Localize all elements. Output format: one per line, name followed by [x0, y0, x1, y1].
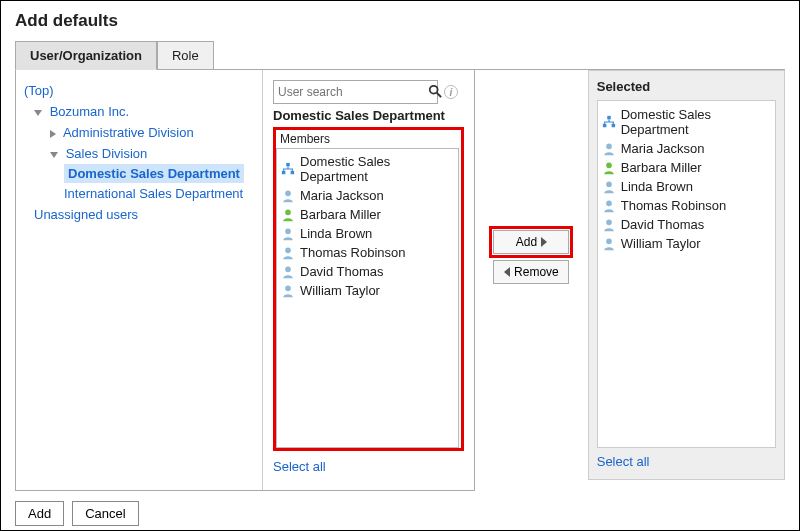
tree-sales-division[interactable]: Sales Division — [66, 146, 148, 161]
member-name: Barbara Miller — [300, 207, 381, 222]
tree-domestic-sales[interactable]: Domestic Sales Department — [24, 164, 254, 183]
remove-button-label: Remove — [514, 265, 559, 279]
selected-list[interactable]: Domestic Sales DepartmentMaria JacksonBa… — [597, 100, 776, 448]
user-icon — [602, 180, 616, 194]
member-name: Linda Brown — [300, 226, 372, 241]
select-all-members[interactable]: Select all — [273, 459, 326, 474]
svg-point-18 — [606, 219, 612, 225]
expand-icon[interactable] — [34, 110, 42, 116]
member-name: David Thomas — [300, 264, 384, 279]
select-all-selected[interactable]: Select all — [597, 454, 650, 469]
svg-rect-4 — [291, 171, 295, 175]
list-item[interactable]: William Taylor — [602, 234, 771, 253]
svg-point-16 — [606, 181, 612, 187]
tab-user-organization[interactable]: User/Organization — [15, 41, 157, 70]
list-item[interactable]: Maria Jackson — [602, 139, 771, 158]
selected-title: Selected — [597, 79, 776, 94]
user-icon — [281, 208, 295, 222]
list-item[interactable]: Barbara Miller — [281, 205, 454, 224]
svg-rect-13 — [611, 124, 615, 128]
info-icon[interactable]: i — [444, 85, 458, 99]
members-list[interactable]: Domestic Sales DepartmentMaria JacksonBa… — [276, 148, 459, 448]
list-item[interactable]: Domestic Sales Department — [602, 105, 771, 139]
remove-button[interactable]: Remove — [493, 260, 569, 284]
svg-point-7 — [285, 228, 291, 234]
tree-unassigned-users[interactable]: Unassigned users — [34, 207, 138, 222]
member-name: Maria Jackson — [300, 188, 384, 203]
list-item[interactable]: David Thomas — [281, 262, 454, 281]
user-icon — [602, 199, 616, 213]
svg-point-0 — [430, 85, 438, 93]
svg-point-17 — [606, 200, 612, 206]
list-item[interactable]: Barbara Miller — [602, 158, 771, 177]
selected-panel: Selected Domestic Sales DepartmentMaria … — [588, 70, 785, 480]
tab-bar: User/Organization Role — [15, 41, 785, 70]
list-item[interactable]: Thomas Robinson — [281, 243, 454, 262]
member-name: Barbara Miller — [621, 160, 702, 175]
svg-rect-12 — [603, 124, 607, 128]
user-icon — [602, 142, 616, 156]
dialog-add-button[interactable]: Add — [15, 501, 64, 526]
dialog-cancel-button[interactable]: Cancel — [72, 501, 138, 526]
search-input[interactable] — [278, 85, 428, 99]
svg-point-9 — [285, 266, 291, 272]
member-name: Maria Jackson — [621, 141, 705, 156]
user-icon — [281, 227, 295, 241]
user-icon — [602, 237, 616, 251]
add-button-label: Add — [516, 235, 537, 249]
svg-rect-2 — [286, 163, 290, 167]
svg-point-19 — [606, 238, 612, 244]
member-name: Domestic Sales Department — [300, 154, 454, 184]
svg-point-15 — [606, 162, 612, 168]
org-icon — [602, 115, 616, 129]
department-title: Domestic Sales Department — [273, 108, 464, 123]
member-name: Domestic Sales Department — [621, 107, 771, 137]
center-column: i Domestic Sales Department Members Dome… — [263, 70, 474, 490]
tree-international-sales[interactable]: International Sales Department — [24, 183, 254, 204]
user-icon — [602, 218, 616, 232]
svg-point-5 — [285, 190, 291, 196]
member-name: Thomas Robinson — [621, 198, 727, 213]
collapse-icon[interactable] — [50, 130, 56, 138]
arrow-right-icon — [541, 237, 547, 247]
tree-admin-division[interactable]: Administrative Division — [63, 125, 194, 140]
members-highlight-frame: Members Domestic Sales DepartmentMaria J… — [273, 127, 464, 451]
svg-rect-11 — [607, 116, 611, 120]
list-item[interactable]: Maria Jackson — [281, 186, 454, 205]
svg-rect-3 — [282, 171, 286, 175]
user-icon — [281, 284, 295, 298]
svg-point-6 — [285, 209, 291, 215]
tree-company[interactable]: Bozuman Inc. — [50, 104, 130, 119]
user-icon — [281, 246, 295, 260]
user-icon — [281, 265, 295, 279]
expand-icon[interactable] — [50, 152, 58, 158]
tree-top[interactable]: (Top) — [24, 83, 54, 98]
member-name: Linda Brown — [621, 179, 693, 194]
member-name: Thomas Robinson — [300, 245, 406, 260]
members-label: Members — [276, 130, 461, 148]
list-item[interactable]: Domestic Sales Department — [281, 152, 454, 186]
add-button[interactable]: Add — [493, 230, 569, 254]
svg-point-8 — [285, 247, 291, 253]
org-icon — [281, 162, 295, 176]
page-title: Add defaults — [15, 11, 785, 31]
user-icon — [602, 161, 616, 175]
arrow-left-icon — [504, 267, 510, 277]
list-item[interactable]: Linda Brown — [602, 177, 771, 196]
member-name: William Taylor — [300, 283, 380, 298]
member-name: David Thomas — [621, 217, 705, 232]
list-item[interactable]: David Thomas — [602, 215, 771, 234]
svg-line-1 — [437, 92, 441, 96]
left-panel: (Top) Bozuman Inc. Administrative Divisi… — [15, 70, 475, 491]
list-item[interactable]: Linda Brown — [281, 224, 454, 243]
user-icon — [281, 189, 295, 203]
search-box — [273, 80, 438, 104]
tab-role[interactable]: Role — [157, 41, 214, 69]
svg-point-14 — [606, 143, 612, 149]
search-icon[interactable] — [428, 84, 442, 101]
list-item[interactable]: William Taylor — [281, 281, 454, 300]
org-tree: (Top) Bozuman Inc. Administrative Divisi… — [16, 70, 263, 490]
svg-point-10 — [285, 285, 291, 291]
transfer-buttons: Add Remove — [487, 70, 576, 284]
list-item[interactable]: Thomas Robinson — [602, 196, 771, 215]
